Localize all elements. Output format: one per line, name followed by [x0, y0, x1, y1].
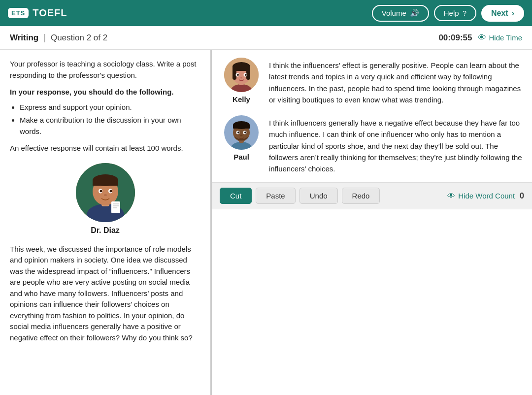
hide-word-count-button[interactable]: Hide Word Count — [458, 192, 515, 200]
help-icon: ? — [463, 9, 466, 17]
paul-name: Paul — [233, 153, 249, 161]
app-header: ETS TOEFL Volume 🔊 Help ? Next › — [0, 0, 532, 26]
svg-point-38 — [244, 132, 246, 133]
kelly-illustration — [224, 58, 259, 92]
right-panel: Kelly I think the influencers’ effect is… — [212, 50, 532, 395]
effective-text: An effective response will contain at le… — [10, 143, 200, 154]
bullet-list: Express and support your opinion. Make a… — [20, 102, 200, 137]
paul-illustration — [224, 115, 259, 150]
prompt-text: This week, we discussed the importance o… — [10, 244, 200, 344]
question-label: Question 2 of 2 — [51, 33, 107, 43]
eye-icon: 👁 — [478, 33, 486, 43]
section-label: Writing — [10, 33, 38, 43]
header-buttons: Volume 🔊 Help ? Next › — [372, 5, 524, 22]
svg-point-28 — [240, 77, 242, 79]
divider: | — [43, 33, 46, 43]
response-paul: Paul I think influencers generally have … — [222, 115, 522, 174]
next-button[interactable]: Next › — [481, 5, 524, 22]
volume-icon: 🔊 — [410, 9, 419, 18]
responses-area: Kelly I think the influencers’ effect is… — [212, 50, 532, 183]
svg-point-39 — [240, 134, 243, 136]
svg-rect-23 — [233, 66, 250, 71]
toefl-logo: TOEFL — [33, 7, 67, 19]
svg-point-37 — [237, 132, 239, 133]
timer-display: 00:09:55 — [438, 33, 472, 43]
kelly-response-text: I think the influencers’ effect is gener… — [269, 58, 522, 105]
kelly-avatar — [224, 58, 259, 92]
volume-button[interactable]: Volume 🔊 — [372, 5, 429, 22]
professor-container: Dr. Diaz — [10, 163, 200, 235]
toolbar: Cut Paste Undo Redo 👁 Hide Word Count 0 — [212, 183, 532, 209]
ets-logo: ETS — [8, 8, 29, 18]
eye-icon-word: 👁 — [447, 192, 455, 200]
volume-label: Volume — [382, 9, 406, 17]
svg-rect-5 — [93, 180, 118, 186]
logo: ETS TOEFL — [8, 7, 67, 19]
next-label: Next — [491, 9, 508, 18]
subheader-left: Writing | Question 2 of 2 — [10, 33, 107, 43]
help-button[interactable]: Help ? — [434, 5, 476, 21]
kelly-block: Kelly — [222, 58, 261, 103]
paul-response-text: I think influencers generally have a neg… — [269, 115, 522, 174]
left-panel: Your professor is teaching a sociology c… — [0, 50, 212, 395]
response-kelly: Kelly I think the influencers’ effect is… — [222, 58, 522, 105]
redo-button[interactable]: Redo — [342, 188, 380, 204]
subheader: Writing | Question 2 of 2 00:09:55 👁 Hid… — [0, 26, 532, 50]
kelly-name: Kelly — [233, 95, 250, 103]
svg-point-8 — [100, 190, 102, 192]
svg-point-27 — [245, 74, 247, 76]
paste-button[interactable]: Paste — [256, 188, 295, 204]
bold-instruction: In your response, you should do the foll… — [10, 87, 200, 98]
instruction-text: Your professor is teaching a sociology c… — [10, 59, 200, 81]
paul-avatar — [224, 115, 259, 150]
svg-rect-11 — [111, 201, 120, 213]
next-arrow-icon: › — [512, 9, 514, 18]
subheader-right: 00:09:55 👁 Hide Time — [438, 33, 522, 43]
professor-illustration — [76, 163, 135, 222]
bullet-item-1: Express and support your opinion. — [20, 102, 200, 113]
writing-textarea[interactable] — [212, 209, 532, 395]
paul-block: Paul — [222, 115, 261, 161]
hide-time-label: Hide Time — [489, 33, 522, 42]
word-count-display: 0 — [520, 192, 524, 200]
undo-button[interactable]: Undo — [299, 188, 338, 204]
main-content: Your professor is teaching a sociology c… — [0, 50, 532, 395]
bullet-item-2: Make a contribution to the discussion in… — [20, 115, 200, 137]
word-count-area: 👁 Hide Word Count 0 — [447, 192, 524, 200]
help-label: Help — [444, 9, 459, 17]
svg-point-26 — [237, 74, 239, 76]
svg-point-10 — [104, 194, 107, 196]
svg-rect-34 — [233, 125, 250, 129]
hide-time-button[interactable]: 👁 Hide Time — [478, 33, 522, 43]
cut-button[interactable]: Cut — [220, 188, 252, 204]
professor-name: Dr. Diaz — [91, 226, 120, 235]
professor-avatar — [76, 163, 135, 222]
svg-point-9 — [109, 190, 112, 192]
